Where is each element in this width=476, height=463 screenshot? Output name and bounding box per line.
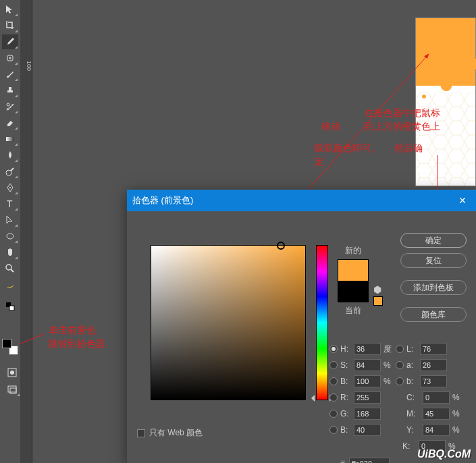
hex-row: # [340,458,390,463]
web-only-checkbox-row: 只有 Web 颜色 [137,427,203,439]
stamp-tool[interactable] [2,83,18,98]
current-label: 当前 [338,305,369,317]
svg-rect-9 [9,306,14,310]
svg-text:T: T [7,198,13,209]
radio-b[interactable] [329,426,338,434]
quickmask-tool[interactable] [4,365,20,380]
blur-tool[interactable] [2,148,18,163]
hex-input[interactable] [349,458,390,463]
annotation-confirm: 然后确 [394,142,423,155]
svg-rect-12 [8,386,16,392]
path-select-tool[interactable] [2,213,18,227]
zoom-tool[interactable] [2,261,18,276]
radio-r[interactable] [329,393,338,402]
dialog-titlebar[interactable]: 拾色器 (前景色) × [127,190,476,211]
vertical-ruler: 100 [20,0,32,463]
ok-button[interactable]: 确定 [400,233,467,248]
svg-point-4 [9,187,11,188]
new-label: 新的 [338,245,369,256]
y-input[interactable] [423,424,450,436]
history-brush-tool[interactable] [2,99,18,114]
foreground-background-swatch[interactable] [2,339,18,355]
radio-h[interactable] [329,345,338,353]
s-input[interactable] [354,359,381,371]
c-input[interactable] [423,391,450,404]
eraser-tool[interactable] [2,115,18,130]
radio-l[interactable] [396,345,404,353]
annotation-fg-2: 跳转到拾色器 [49,337,105,351]
default-colors-icon[interactable] [2,299,18,314]
dialog-title: 拾色器 (前景色) [132,194,193,207]
radio-s[interactable] [329,361,338,369]
lb-input[interactable] [420,375,447,387]
annotation-fg-1: 单击前景色 [49,324,96,337]
color-inputs: H:度 L: S:% a: B:% b: R: C:% G: M:% B: Y:… [329,343,471,456]
annotation-eyedrop: 吸取颜色即可。 [315,142,381,155]
r-input[interactable] [354,391,381,404]
add-swatch-button[interactable]: 添加到色板 [400,280,467,295]
eyedropper-tool[interactable] [2,34,18,49]
bb-input[interactable] [354,375,381,387]
shape-tool[interactable] [2,229,18,244]
brush-tool[interactable] [2,67,18,82]
annotation-move: 移动 [321,120,340,134]
radio-a[interactable] [396,361,404,369]
swatch-area: 新的 当前 [338,245,369,319]
current-color-swatch[interactable] [338,281,368,302]
color-field[interactable] [151,245,306,400]
svg-point-1 [7,103,9,106]
annotation-ding: 定 [315,155,324,169]
watermark: UiBQ.CoM [417,448,471,460]
screenmode-tool[interactable] [4,382,20,397]
svg-point-7 [6,265,11,270]
type-tool[interactable]: T [2,196,18,211]
gamut-warning-icon[interactable]: ⬢ [373,284,381,295]
g-input[interactable] [354,408,381,420]
radio-bb[interactable] [329,377,338,385]
close-icon[interactable]: × [454,192,471,209]
m-input[interactable] [423,408,450,420]
svg-point-11 [10,371,14,375]
canvas-preview [415,18,476,186]
annotation-pick-hint-2: 到上方的橙黄色上 [365,120,440,134]
ruler-tick: 100 [20,61,32,71]
l-input[interactable] [420,343,447,355]
move-tool[interactable] [2,2,18,17]
color-lib-button[interactable]: 颜色库 [400,307,467,322]
svg-point-3 [6,170,11,175]
pen-tool[interactable] [2,180,18,195]
foreground-color-swatch[interactable] [2,339,11,348]
hex-prefix: # [340,459,345,463]
h-input[interactable] [354,343,381,355]
svg-rect-2 [6,137,14,141]
a-input[interactable] [420,359,447,371]
svg-rect-13 [10,388,16,393]
web-only-label: 只有 Web 颜色 [149,427,203,439]
color-picker-ring[interactable] [277,242,285,250]
reset-button[interactable]: 复位 [400,253,467,268]
radio-lb[interactable] [396,377,404,385]
b-input[interactable] [354,424,381,436]
dialog-body: 新的 当前 ⬢ 确定 复位 添加到色板 颜色库 H:度 L: S:% a: B:… [127,211,476,463]
healing-tool[interactable] [2,51,18,65]
color-swatch-box [338,259,369,302]
radio-g[interactable] [329,410,338,418]
color-picker-dialog: 拾色器 (前景色) × 新的 当前 ⬢ 确定 复位 添加到色板 颜色库 H:度 [127,190,476,463]
web-only-checkbox[interactable] [137,429,145,437]
gamut-swatch[interactable] [373,296,383,306]
gradient-tool[interactable] [2,132,18,146]
hand-tool[interactable] [2,245,18,260]
banana-tool[interactable] [2,277,18,292]
hue-strip[interactable] [316,245,328,400]
svg-point-6 [7,234,14,239]
crop-tool[interactable] [2,18,18,33]
dodge-tool[interactable] [2,164,18,179]
annotation-pick-hint-1: 在拾色器中把鼠标 [365,107,440,120]
new-color-swatch [338,260,368,281]
